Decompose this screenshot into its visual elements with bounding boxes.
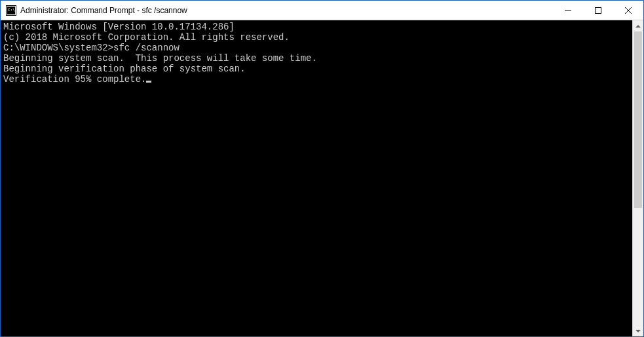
vertical-scrollbar[interactable] [632, 20, 643, 336]
close-button[interactable] [613, 1, 643, 20]
svg-rect-5 [596, 7, 601, 13]
terminal-line: C:\WINDOWS\system32>sfc /scannow [3, 43, 630, 53]
content-area: Microsoft Windows [Version 10.0.17134.28… [1, 20, 643, 336]
window-controls [553, 1, 643, 20]
terminal-line: Microsoft Windows [Version 10.0.17134.28… [3, 22, 630, 32]
command-text: sfc /scannow [113, 43, 180, 53]
terminal-line: Beginning system scan. This process will… [3, 53, 630, 64]
terminal-line: (c) 2018 Microsoft Corporation. All righ… [3, 32, 630, 43]
terminal-line: Beginning verification phase of system s… [3, 64, 630, 74]
cursor [146, 81, 151, 83]
svg-marker-9 [635, 330, 641, 332]
terminal-line: Verification 95% complete. [3, 74, 630, 85]
prompt: C:\WINDOWS\system32> [3, 43, 113, 53]
minimize-button[interactable] [553, 1, 583, 20]
svg-text:C:\: C:\ [8, 7, 15, 12]
window-title: Administrator: Command Prompt - sfc /sca… [20, 6, 553, 15]
titlebar[interactable]: C:\ Administrator: Command Prompt - sfc … [1, 1, 643, 20]
terminal-output[interactable]: Microsoft Windows [Version 10.0.17134.28… [1, 20, 632, 336]
svg-marker-8 [635, 25, 641, 28]
scroll-track[interactable] [633, 31, 643, 325]
verification-progress: Verification 95% complete. [3, 74, 146, 85]
scroll-up-arrow-icon[interactable] [633, 20, 643, 31]
command-prompt-window: C:\ Administrator: Command Prompt - sfc … [0, 0, 644, 337]
maximize-button[interactable] [583, 1, 613, 20]
scroll-down-arrow-icon[interactable] [633, 325, 643, 336]
scroll-thumb[interactable] [634, 31, 642, 208]
cmd-icon: C:\ [6, 5, 16, 16]
